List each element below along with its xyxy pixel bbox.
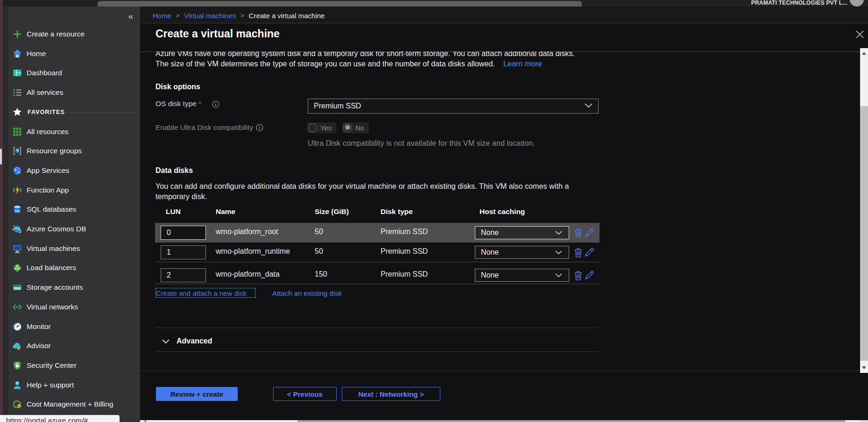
svg-text:SQL: SQL	[14, 209, 20, 212]
svg-text:s: s	[18, 404, 20, 408]
